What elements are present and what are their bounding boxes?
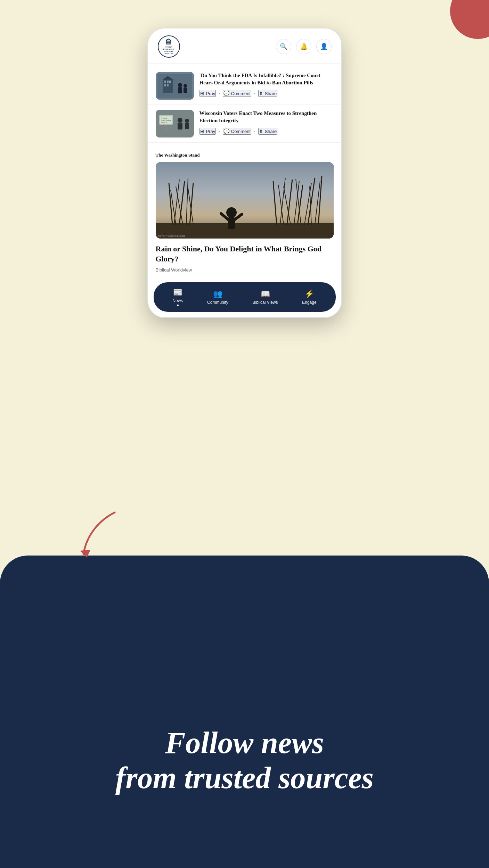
arrow-annotation bbox=[73, 506, 122, 566]
nav-item-biblical-views[interactable]: 📖 Biblical Views bbox=[249, 288, 281, 306]
engage-nav-label: Engage bbox=[302, 300, 316, 305]
news-content-1: 'Do You Think the FDA Is Infallible?': S… bbox=[199, 72, 334, 97]
phone-mockup: 🏛 FAMILYRESEARCHCOUNCIL SINCE 1983 🔍 🔔 👤 bbox=[147, 28, 342, 318]
pray-button-2[interactable]: ⊞ Pray bbox=[199, 128, 216, 135]
news-nav-icon: 📰 bbox=[173, 288, 182, 297]
biblical-views-nav-label: Biblical Views bbox=[252, 300, 278, 305]
bottom-navigation: 📰 News 👥 Community 📖 Biblical Views ⚡ En… bbox=[154, 282, 336, 312]
svg-marker-52 bbox=[80, 550, 90, 558]
svg-rect-21 bbox=[178, 123, 182, 130]
bottom-text-section: Follow news from trusted sources bbox=[0, 583, 489, 868]
nav-item-community[interactable]: 👥 Community bbox=[204, 288, 232, 306]
svg-text:Steven Vidales/Unsplash: Steven Vidales/Unsplash bbox=[158, 234, 186, 237]
featured-article: The Washington Stand bbox=[148, 146, 341, 279]
svg-rect-23 bbox=[185, 123, 189, 129]
comment-button-2[interactable]: 💬 Comment bbox=[223, 128, 251, 135]
svg-text:PHOTO ID: PHOTO ID bbox=[161, 122, 168, 124]
news-thumbnail-1 bbox=[156, 72, 194, 100]
bottom-headline: Follow news from trusted sources bbox=[88, 725, 401, 795]
news-thumbnail-2: PLEASE HAVE YOUR PHOTO ID bbox=[156, 110, 194, 137]
engage-nav-icon: ⚡ bbox=[304, 290, 314, 299]
notification-button[interactable]: 🔔 bbox=[296, 39, 311, 54]
decorative-circle-top-right bbox=[450, 0, 489, 39]
svg-point-20 bbox=[178, 118, 182, 123]
share-button-2[interactable]: ⬆ Share bbox=[258, 128, 278, 135]
article-category: Biblical Worldview bbox=[156, 267, 334, 273]
svg-rect-7 bbox=[167, 84, 169, 86]
bell-icon: 🔔 bbox=[300, 43, 308, 50]
community-nav-icon: 👥 bbox=[213, 290, 222, 299]
thumb-image-2: PLEASE HAVE YOUR PHOTO ID bbox=[156, 110, 194, 137]
svg-rect-3 bbox=[164, 81, 166, 83]
svg-point-11 bbox=[184, 84, 187, 87]
thumb-image-1 bbox=[156, 72, 194, 100]
headline-line-2: from trusted sources bbox=[115, 760, 374, 795]
header-action-buttons: 🔍 🔔 👤 bbox=[276, 39, 332, 54]
featured-article-title: Rain or Shine, Do You Delight in What Br… bbox=[156, 244, 334, 264]
nav-item-news[interactable]: 📰 News bbox=[169, 286, 186, 308]
svg-text:HAVE YOUR: HAVE YOUR bbox=[161, 120, 171, 122]
svg-rect-10 bbox=[178, 87, 182, 93]
news-feed: 'Do You Think the FDA Is Infallible?': S… bbox=[148, 64, 341, 146]
news-item: 'Do You Think the FDA Is Infallible?': S… bbox=[148, 67, 341, 105]
pray-button-1[interactable]: ⊞ Pray bbox=[199, 90, 216, 97]
featured-article-image: Steven Vidales/Unsplash bbox=[156, 162, 334, 239]
pray-icon-2: ⊞ bbox=[200, 128, 204, 134]
share-icon-2: ⬆ bbox=[259, 128, 263, 134]
news-content-2: Wisconsin Voters Enact Two Measures to S… bbox=[199, 110, 334, 135]
article-source: The Washington Stand bbox=[156, 152, 334, 158]
svg-rect-12 bbox=[184, 87, 187, 93]
app-logo: 🏛 FAMILYRESEARCHCOUNCIL SINCE 1983 bbox=[158, 35, 180, 58]
person-icon: 👤 bbox=[320, 43, 328, 50]
app-header: 🏛 FAMILYRESEARCHCOUNCIL SINCE 1983 🔍 🔔 👤 bbox=[148, 28, 341, 64]
svg-rect-5 bbox=[169, 81, 171, 83]
share-icon-1: ⬆ bbox=[259, 91, 263, 96]
svg-text:PLEASE: PLEASE bbox=[161, 118, 167, 119]
news-nav-label: News bbox=[172, 298, 183, 303]
news-actions-1: ⊞ Pray • 💬 Comment • ⬆ Share bbox=[199, 90, 334, 97]
community-nav-label: Community bbox=[207, 300, 228, 305]
news-item-2: PLEASE HAVE YOUR PHOTO ID Wisc bbox=[148, 105, 341, 143]
share-button-1[interactable]: ⬆ Share bbox=[258, 90, 278, 97]
search-button[interactable]: 🔍 bbox=[276, 39, 291, 54]
phone-screen: 🏛 FAMILYRESEARCHCOUNCIL SINCE 1983 🔍 🔔 👤 bbox=[147, 28, 342, 318]
comment-button-1[interactable]: 💬 Comment bbox=[223, 90, 251, 97]
svg-rect-6 bbox=[164, 84, 166, 86]
svg-point-9 bbox=[178, 83, 182, 87]
search-icon: 🔍 bbox=[280, 43, 287, 50]
svg-rect-19 bbox=[165, 125, 167, 132]
profile-button[interactable]: 👤 bbox=[316, 39, 332, 54]
news-actions-2: ⊞ Pray • 💬 Comment • ⬆ Share bbox=[199, 128, 334, 135]
comment-icon-2: 💬 bbox=[223, 128, 229, 134]
news-title-1: 'Do You Think the FDA Is Infallible?': S… bbox=[199, 72, 334, 86]
svg-point-22 bbox=[185, 119, 189, 123]
svg-point-26 bbox=[226, 207, 237, 218]
svg-rect-4 bbox=[167, 81, 169, 83]
nav-item-engage[interactable]: ⚡ Engage bbox=[299, 288, 320, 306]
pray-icon-1: ⊞ bbox=[200, 91, 204, 96]
nav-active-dot bbox=[177, 304, 179, 306]
headline-line-1: Follow news bbox=[115, 725, 374, 760]
biblical-views-nav-icon: 📖 bbox=[261, 290, 270, 299]
news-title-2: Wisconsin Voters Enact Two Measures to S… bbox=[199, 110, 334, 124]
comment-icon-1: 💬 bbox=[223, 91, 229, 96]
